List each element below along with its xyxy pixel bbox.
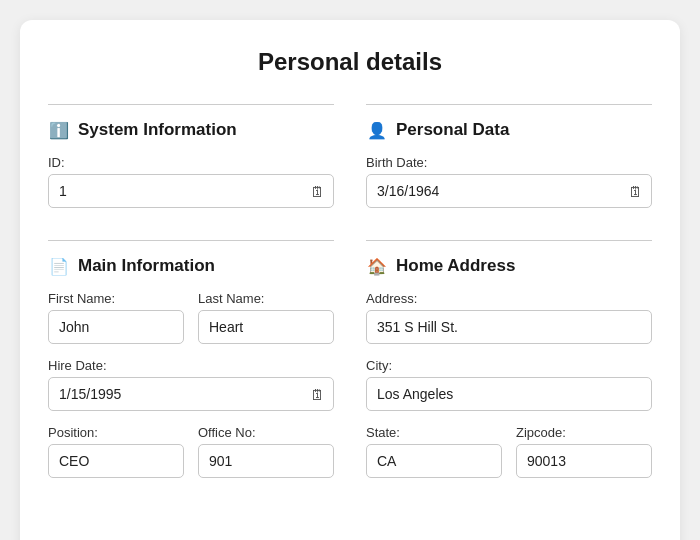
home-address-section: 🏠 Home Address Address: City: State: Zip… [366,240,652,492]
first-name-label: First Name: [48,291,184,306]
system-information-section: ℹ️ System Information ID: 🗓 [48,104,334,222]
birth-date-label: Birth Date: [366,155,652,170]
state-zip-row: State: Zipcode: [366,425,652,492]
home-address-header: 🏠 Home Address [366,255,652,277]
hire-date-field-group: Hire Date: 🗓 [48,358,334,411]
birth-date-field-group: Birth Date: 🗓 [366,155,652,208]
id-calendar-icon[interactable]: 🗓 [302,183,333,200]
zipcode-field-group: Zipcode: [516,425,652,478]
personal-data-label: Personal Data [396,120,509,140]
position-label: Position: [48,425,184,440]
hire-date-label: Hire Date: [48,358,334,373]
system-info-icon: ℹ️ [48,119,70,141]
personal-data-section: 👤 Personal Data Birth Date: 🗓 [366,104,652,222]
state-label: State: [366,425,502,440]
office-no-label: Office No: [198,425,334,440]
id-field-group: ID: 🗓 [48,155,334,208]
zipcode-input[interactable] [516,444,652,478]
birth-date-input-wrapper[interactable]: 🗓 [366,174,652,208]
office-no-input[interactable] [198,444,334,478]
system-information-label: System Information [78,120,237,140]
state-field-group: State: [366,425,502,478]
first-name-field-group: First Name: [48,291,184,344]
last-name-field-group: Last Name: [198,291,334,344]
main-information-section: 📄 Main Information First Name: Last Name… [48,240,334,492]
last-name-input[interactable] [198,310,334,344]
city-label: City: [366,358,652,373]
main-info-icon: 📄 [48,255,70,277]
hire-date-calendar-icon[interactable]: 🗓 [302,386,333,403]
first-name-input[interactable] [48,310,184,344]
id-label: ID: [48,155,334,170]
personal-data-icon: 👤 [366,119,388,141]
hire-date-input[interactable] [49,380,302,408]
city-field-group: City: [366,358,652,411]
birth-date-calendar-icon[interactable]: 🗓 [620,183,651,200]
state-input[interactable] [366,444,502,478]
position-field-group: Position: [48,425,184,478]
personal-data-header: 👤 Personal Data [366,119,652,141]
birth-date-input[interactable] [367,177,620,205]
city-input[interactable] [366,377,652,411]
last-name-label: Last Name: [198,291,334,306]
personal-details-card: Personal details ℹ️ System Information I… [20,20,680,540]
address-label: Address: [366,291,652,306]
position-input[interactable] [48,444,184,478]
id-input[interactable] [49,177,302,205]
page-title: Personal details [48,48,652,76]
home-address-label: Home Address [396,256,515,276]
address-field-group: Address: [366,291,652,344]
main-information-label: Main Information [78,256,215,276]
zipcode-label: Zipcode: [516,425,652,440]
id-input-wrapper[interactable]: 🗓 [48,174,334,208]
office-no-field-group: Office No: [198,425,334,478]
address-input[interactable] [366,310,652,344]
position-office-row: Position: Office No: [48,425,334,492]
main-information-header: 📄 Main Information [48,255,334,277]
sections-grid: ℹ️ System Information ID: 🗓 👤 Personal D… [48,104,652,510]
system-information-header: ℹ️ System Information [48,119,334,141]
hire-date-input-wrapper[interactable]: 🗓 [48,377,334,411]
home-address-icon: 🏠 [366,255,388,277]
name-fields-row: First Name: Last Name: [48,291,334,358]
